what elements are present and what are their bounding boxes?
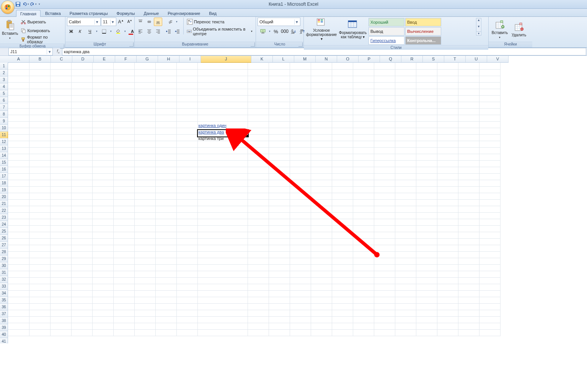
cell-T18[interactable] bbox=[437, 173, 458, 180]
cell-B25[interactable] bbox=[29, 219, 50, 225]
cell-Q12[interactable] bbox=[374, 134, 395, 141]
cell-F32[interactable] bbox=[113, 264, 134, 271]
cell-L35[interactable] bbox=[269, 284, 290, 290]
cell-M29[interactable] bbox=[290, 245, 311, 251]
cell-I40[interactable] bbox=[176, 316, 197, 323]
cell-G5[interactable] bbox=[134, 89, 155, 95]
cell-Q13[interactable] bbox=[374, 141, 395, 147]
cell-Q33[interactable] bbox=[374, 271, 395, 277]
row-header-6[interactable]: 6 bbox=[0, 97, 8, 104]
cell-T40[interactable] bbox=[437, 316, 458, 323]
cell-O11[interactable] bbox=[332, 128, 353, 134]
cell-T35[interactable] bbox=[437, 284, 458, 290]
cell-D12[interactable] bbox=[71, 134, 92, 141]
col-header-D[interactable]: D bbox=[72, 56, 94, 63]
cell-U3[interactable] bbox=[458, 76, 479, 82]
cell-T23[interactable] bbox=[437, 206, 458, 212]
cell-P16[interactable] bbox=[353, 160, 374, 167]
cell-T6[interactable] bbox=[437, 95, 458, 102]
cell-I28[interactable] bbox=[176, 238, 197, 245]
cell-K19[interactable] bbox=[248, 180, 269, 186]
cell-B19[interactable] bbox=[29, 180, 50, 186]
cell-A16[interactable] bbox=[8, 160, 29, 167]
cell-H34[interactable] bbox=[155, 277, 176, 284]
cell-A20[interactable] bbox=[8, 186, 29, 193]
cell-A23[interactable] bbox=[8, 206, 29, 212]
row-header-32[interactable]: 32 bbox=[0, 276, 8, 283]
cell-E13[interactable] bbox=[92, 141, 113, 147]
cell-C9[interactable] bbox=[50, 115, 71, 121]
cell-E26[interactable] bbox=[92, 225, 113, 232]
cell-G40[interactable] bbox=[134, 316, 155, 323]
cell-S39[interactable] bbox=[416, 310, 437, 316]
cell-D36[interactable] bbox=[71, 290, 92, 297]
cell-V3[interactable] bbox=[479, 76, 500, 82]
cell-P18[interactable] bbox=[353, 173, 374, 180]
cell-K36[interactable] bbox=[248, 290, 269, 297]
cell-G24[interactable] bbox=[134, 212, 155, 219]
cell-Q34[interactable] bbox=[374, 277, 395, 284]
cell-T7[interactable] bbox=[437, 102, 458, 108]
cell-J42[interactable] bbox=[197, 329, 248, 336]
cell-K23[interactable] bbox=[248, 206, 269, 212]
cell-Q9[interactable] bbox=[374, 115, 395, 121]
cell-D17[interactable] bbox=[71, 167, 92, 173]
cell-K37[interactable] bbox=[248, 297, 269, 303]
cell-F11[interactable] bbox=[113, 128, 134, 134]
cell-P11[interactable] bbox=[353, 128, 374, 134]
cell-O24[interactable] bbox=[332, 212, 353, 219]
cell-N39[interactable] bbox=[311, 310, 332, 316]
cell-I15[interactable] bbox=[176, 154, 197, 160]
cell-M18[interactable] bbox=[290, 173, 311, 180]
row-header-12[interactable]: 12 bbox=[0, 138, 8, 145]
cell-A12[interactable] bbox=[8, 134, 29, 141]
cell-O14[interactable] bbox=[332, 147, 353, 154]
cell-F27[interactable] bbox=[113, 232, 134, 238]
cell-F25[interactable] bbox=[113, 219, 134, 225]
cell-C21[interactable] bbox=[50, 193, 71, 199]
cell-J34[interactable] bbox=[197, 277, 248, 284]
cell-T10[interactable] bbox=[437, 121, 458, 128]
cell-D1[interactable] bbox=[71, 63, 92, 69]
cell-S2[interactable] bbox=[416, 69, 437, 76]
cell-R14[interactable] bbox=[395, 147, 416, 154]
cell-T19[interactable] bbox=[437, 180, 458, 186]
qat-customize-button[interactable]: ▾ bbox=[38, 1, 41, 8]
cell-F42[interactable] bbox=[113, 329, 134, 336]
cell-Q8[interactable] bbox=[374, 108, 395, 115]
office-button[interactable] bbox=[1, 0, 15, 14]
cell-T32[interactable] bbox=[437, 264, 458, 271]
cell-F38[interactable] bbox=[113, 303, 134, 310]
cell-G11[interactable] bbox=[134, 128, 155, 134]
cell-J37[interactable] bbox=[197, 297, 248, 303]
cell-M10[interactable] bbox=[290, 121, 311, 128]
cell-Q15[interactable] bbox=[374, 154, 395, 160]
cell-R5[interactable] bbox=[395, 89, 416, 95]
cell-C2[interactable] bbox=[50, 69, 71, 76]
cell-P30[interactable] bbox=[353, 251, 374, 258]
cell-U18[interactable] bbox=[458, 173, 479, 180]
cell-S20[interactable] bbox=[416, 186, 437, 193]
cell-E33[interactable] bbox=[92, 271, 113, 277]
orientation-icon[interactable]: ab bbox=[165, 18, 178, 26]
cell-J36[interactable] bbox=[197, 290, 248, 297]
cell-U4[interactable] bbox=[458, 82, 479, 89]
cell-C23[interactable] bbox=[50, 206, 71, 212]
cell-Q25[interactable] bbox=[374, 219, 395, 225]
cell-E29[interactable] bbox=[92, 245, 113, 251]
col-header-E[interactable]: E bbox=[94, 56, 115, 63]
cell-F40[interactable] bbox=[113, 316, 134, 323]
cell-L22[interactable] bbox=[269, 199, 290, 206]
cell-H18[interactable] bbox=[155, 173, 176, 180]
cell-T22[interactable] bbox=[437, 199, 458, 206]
cell-S16[interactable] bbox=[416, 160, 437, 167]
cell-P9[interactable] bbox=[353, 115, 374, 121]
select-all-corner[interactable] bbox=[0, 56, 8, 63]
cell-G38[interactable] bbox=[134, 303, 155, 310]
cell-P19[interactable] bbox=[353, 180, 374, 186]
cell-O10[interactable] bbox=[332, 121, 353, 128]
cell-K21[interactable] bbox=[248, 193, 269, 199]
cell-A27[interactable] bbox=[8, 232, 29, 238]
cell-T31[interactable] bbox=[437, 258, 458, 264]
cell-E21[interactable] bbox=[92, 193, 113, 199]
